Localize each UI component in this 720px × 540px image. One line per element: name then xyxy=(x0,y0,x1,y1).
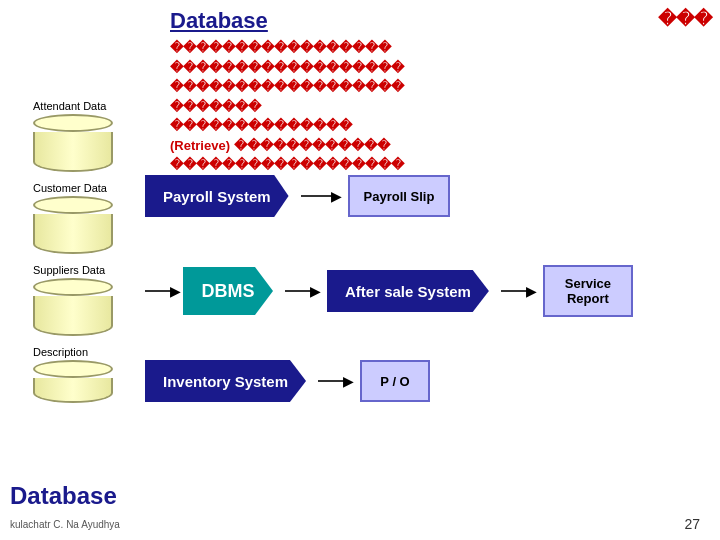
attendant-cylinder xyxy=(33,114,113,172)
dbms-right-arrow: ▶ xyxy=(285,290,315,292)
po-box: P / O xyxy=(360,360,430,402)
payroll-arrow: ▶ xyxy=(301,195,336,197)
payroll-slip-box: Payroll Slip xyxy=(348,175,451,217)
customer-cylinder xyxy=(33,196,113,254)
payroll-system-box: Payroll System xyxy=(145,175,289,217)
page-title: Database xyxy=(170,8,710,34)
payroll-row: Payroll System ▶ Payroll Slip xyxy=(145,175,450,217)
inventory-row: Inventory System ▶ P / O xyxy=(145,360,430,402)
dbms-row: ▶ DBMS ▶ After sale System ▶ Service Rep… xyxy=(145,265,633,317)
suppliers-label: Suppliers Data xyxy=(33,264,113,276)
header-thai-text: ����������������� ������������������ ���… xyxy=(170,38,710,175)
customer-label: Customer Data xyxy=(33,182,113,194)
service-report-box: Service Report xyxy=(543,265,633,317)
database-bottom-label: Database xyxy=(10,482,117,510)
after-sale-system-box: After sale System xyxy=(327,270,489,312)
page-number: 27 xyxy=(684,516,700,532)
inventory-arrow: ▶ xyxy=(318,380,348,382)
description-label: Description xyxy=(33,346,113,358)
inventory-system-box: Inventory System xyxy=(145,360,306,402)
description-cylinder xyxy=(33,360,113,403)
dbms-left-arrow: ▶ xyxy=(145,290,175,292)
dbms-box: DBMS xyxy=(183,267,273,315)
attendant-label: Attendant Data xyxy=(33,100,106,112)
creator-label: kulachatr C. Na Ayudhya xyxy=(10,519,120,530)
after-sale-arrow: ▶ xyxy=(501,290,531,292)
suppliers-cylinder xyxy=(33,278,113,336)
